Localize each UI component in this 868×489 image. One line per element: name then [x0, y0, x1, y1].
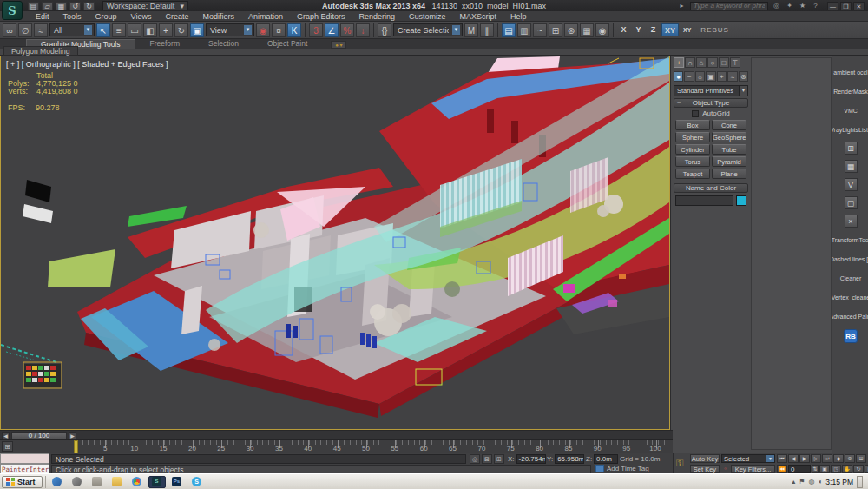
zoom-viewport-icon[interactable]: ⊕ — [845, 454, 855, 463]
script-transformtool[interactable]: TransformTool — [832, 230, 868, 249]
script-panel-icon[interactable]: ▢ — [845, 196, 858, 209]
curve-editor-icon[interactable]: ~ — [533, 23, 547, 37]
render-production-icon[interactable]: ◉ — [595, 23, 609, 37]
mini-curve-editor-icon[interactable]: ⊞ — [2, 441, 13, 452]
geosphere-button[interactable]: GeoSphere — [712, 132, 746, 142]
zoom-all-icon[interactable]: ⊞ — [856, 454, 866, 463]
tube-button[interactable]: Tube — [712, 144, 746, 155]
reference-coordinate-system-dropdown[interactable]: View ▼ — [206, 23, 254, 36]
axis-constraint-z-button[interactable]: Z — [647, 23, 660, 36]
quicklaunch-browser-icon[interactable] — [69, 476, 86, 488]
geometry-category-icon[interactable]: ● — [674, 71, 683, 82]
plane-button[interactable]: Plane — [712, 169, 746, 179]
axis-constraint-xy-button[interactable]: XY — [661, 23, 679, 36]
orbit-icon[interactable]: ↻ — [853, 465, 864, 473]
axis-constraint-x-button[interactable]: X — [617, 23, 630, 36]
autogrid-checkbox[interactable] — [692, 110, 699, 117]
box-button[interactable]: Box — [675, 120, 710, 130]
lights-category-icon[interactable]: ☼ — [695, 71, 705, 82]
bind-to-spacewarp-icon[interactable]: ≈ — [34, 23, 48, 37]
spacewarps-category-icon[interactable]: ≈ — [727, 71, 737, 82]
ribbon-config-icon[interactable]: ● ▾ — [331, 41, 346, 49]
search-icon[interactable]: ◎ — [772, 2, 781, 10]
menu-help[interactable]: Help — [504, 11, 533, 22]
menu-tools[interactable]: Tools — [57, 11, 88, 22]
workspace-dropdown[interactable]: Workspace: Default ▾ — [102, 1, 188, 10]
set-key-button[interactable]: Set Key — [690, 465, 720, 473]
script-vraylightslister[interactable]: VrayLightsListe — [832, 120, 868, 139]
quicklaunch-explorer-icon[interactable] — [108, 476, 126, 488]
shapes-category-icon[interactable]: ~ — [684, 71, 694, 82]
angle-snap-icon[interactable]: ∠ — [325, 23, 339, 37]
axis-constraint-xy-lock-button[interactable]: XY — [681, 23, 694, 36]
percent-snap-icon[interactable]: % — [340, 23, 354, 37]
tab-freeform[interactable]: Freeform — [136, 39, 194, 49]
time-slider-prev-icon[interactable]: ◀ — [2, 432, 10, 439]
search-arrow-icon[interactable]: ▸ — [677, 2, 687, 10]
select-and-link-icon[interactable]: ∞ — [3, 23, 16, 37]
axis-constraint-y-button[interactable]: Y — [632, 23, 645, 36]
unlink-selection-icon[interactable]: ∅ — [18, 23, 32, 37]
coord-y-field[interactable]: 65.958m — [555, 454, 584, 464]
select-and-manipulate-icon[interactable]: ¤ — [272, 23, 286, 37]
tab-selection[interactable]: Selection — [194, 39, 253, 49]
add-time-tag[interactable]: Add Time Tag — [595, 465, 649, 472]
systems-category-icon[interactable]: ⊛ — [739, 71, 748, 82]
select-object-icon[interactable]: ↖ — [96, 23, 110, 37]
open-file-icon[interactable]: ▱ — [42, 2, 53, 10]
track-bar-ruler[interactable]: 5101520253035404550556065707580859095100 — [0, 440, 673, 453]
menu-animation[interactable]: Animation — [242, 11, 289, 22]
favorites-star-icon[interactable]: ★ — [798, 2, 807, 10]
cone-button[interactable]: Cone — [712, 120, 746, 130]
menu-rendering[interactable]: Rendering — [353, 11, 402, 22]
viewport-orthographic[interactable]: [ + ] [ Orthographic ] [ Shaded + Edged … — [0, 56, 670, 430]
script-vertex-cleaner[interactable]: Vertex_cleane — [832, 287, 868, 307]
script-rendermask[interactable]: RenderMask — [832, 82, 868, 101]
next-frame-icon[interactable]: ▷ — [811, 454, 821, 463]
script-window-plus-icon[interactable]: ⊞ — [845, 142, 858, 155]
key-selection-dropdown[interactable]: Selected ▼ — [721, 454, 775, 463]
rectangular-selection-region-icon[interactable]: ▭ — [128, 23, 141, 37]
object-name-field[interactable] — [675, 195, 733, 206]
object-color-swatch[interactable] — [736, 195, 746, 206]
play-icon[interactable]: ▶ — [799, 454, 810, 463]
go-to-start-icon[interactable]: ⏮ — [777, 454, 787, 463]
tray-expand-icon[interactable]: ▴ — [792, 478, 795, 486]
geometry-category-dropdown[interactable]: Standard Primitives ▼ — [674, 85, 748, 96]
coord-z-field[interactable]: 0.0m — [594, 454, 618, 464]
minimize-button[interactable]: — — [827, 2, 838, 10]
rebus-rb-button[interactable]: RB — [844, 329, 858, 343]
helpers-category-icon[interactable]: + — [717, 71, 727, 82]
mirror-icon[interactable]: M — [464, 23, 478, 37]
window-crossing-icon[interactable]: ◧ — [143, 23, 157, 37]
torus-button[interactable]: Torus — [675, 156, 710, 167]
save-file-icon[interactable]: ▦ — [56, 2, 67, 10]
maximize-viewport-icon[interactable]: ◱ — [865, 465, 868, 473]
maxscript-listener-macro[interactable] — [0, 453, 49, 464]
script-delete-icon[interactable]: × — [845, 215, 858, 228]
key-filters-button[interactable]: Key Filters... — [731, 465, 775, 473]
selection-filter-dropdown[interactable]: All ▼ — [49, 23, 95, 36]
pyramid-button[interactable]: Pyramid — [712, 156, 746, 167]
current-frame-marker[interactable] — [74, 440, 78, 453]
quicklaunch-skype-icon[interactable]: S — [188, 476, 206, 488]
subscription-icon[interactable]: ✦ — [785, 2, 794, 10]
menu-modifiers[interactable]: Modifiers — [196, 11, 240, 22]
script-vray-icon[interactable]: V — [845, 178, 858, 191]
menu-edit[interactable]: Edit — [30, 11, 56, 22]
named-selection-sets-dropdown[interactable]: Create Selection Se ▼ — [393, 23, 463, 36]
3dsmax-app-button[interactable]: S — [2, 1, 23, 20]
taskbar-clock[interactable]: 3:15 PM — [825, 478, 853, 486]
current-frame-field[interactable]: 0 — [788, 465, 811, 473]
show-desktop-button[interactable] — [857, 476, 863, 488]
go-to-frame-icon[interactable]: ⏪ — [777, 465, 787, 473]
align-icon[interactable]: ∥ — [480, 23, 494, 37]
quicklaunch-shield-icon[interactable] — [49, 476, 66, 488]
absolute-mode-icon[interactable]: ⊞ — [494, 454, 504, 464]
select-and-rotate-icon[interactable]: ↻ — [174, 23, 188, 37]
time-slider-handle[interactable]: 0 / 100 — [11, 432, 67, 439]
search-input[interactable] — [690, 2, 768, 10]
key-mode-icon[interactable]: ◆ — [833, 454, 844, 463]
utilities-tab-icon[interactable]: ⊤ — [730, 57, 740, 68]
render-setup-icon[interactable]: ⊛ — [564, 23, 578, 37]
